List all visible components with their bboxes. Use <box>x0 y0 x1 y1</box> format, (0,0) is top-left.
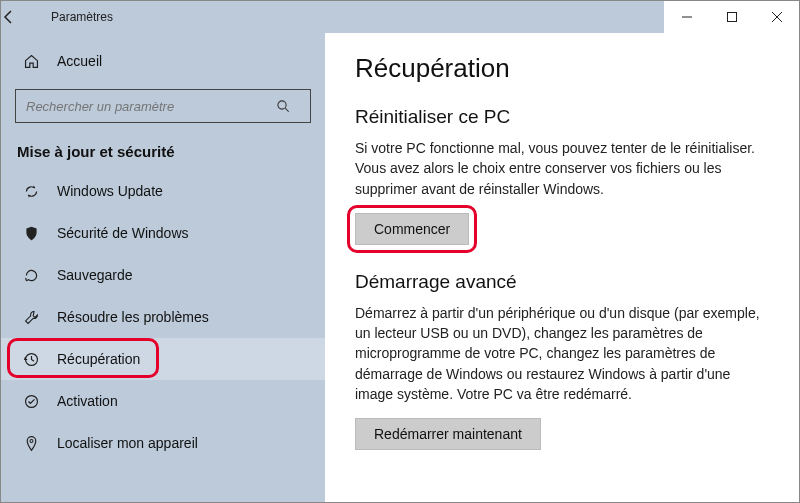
close-button[interactable] <box>754 1 799 33</box>
advanced-heading: Démarrage avancé <box>355 271 769 293</box>
sidebar-item-troubleshoot[interactable]: Résoudre les problèmes <box>1 296 325 338</box>
sidebar-item-security[interactable]: Sécurité de Windows <box>1 212 325 254</box>
search-icon <box>276 99 310 114</box>
home-icon <box>21 53 41 70</box>
svg-point-4 <box>278 100 286 108</box>
sidebar-item-windows-update[interactable]: Windows Update <box>1 170 325 212</box>
sidebar-item-label: Localiser mon appareil <box>57 435 198 451</box>
advanced-description: Démarrez à partir d'un périphérique ou d… <box>355 303 769 404</box>
sidebar-item-label: Sécurité de Windows <box>57 225 189 241</box>
back-button[interactable] <box>1 9 47 25</box>
recovery-icon <box>21 351 41 368</box>
content-pane: Récupération Réinitialiser ce PC Si votr… <box>325 33 799 502</box>
location-icon <box>21 435 41 452</box>
sidebar-item-backup[interactable]: Sauvegarde <box>1 254 325 296</box>
svg-rect-1 <box>727 13 736 22</box>
backup-icon <box>21 267 41 284</box>
reset-start-button[interactable]: Commencer <box>355 213 469 245</box>
svg-point-8 <box>29 439 32 442</box>
home-label: Accueil <box>57 53 102 69</box>
svg-line-5 <box>285 108 288 111</box>
search-box[interactable] <box>15 89 311 123</box>
titlebar: Paramètres <box>1 1 799 33</box>
section-heading: Mise à jour et sécurité <box>1 123 325 170</box>
reset-heading: Réinitialiser ce PC <box>355 106 769 128</box>
maximize-button[interactable] <box>709 1 754 33</box>
minimize-button[interactable] <box>664 1 709 33</box>
search-input[interactable] <box>16 99 276 114</box>
home-link[interactable]: Accueil <box>1 41 325 81</box>
sidebar-item-label: Windows Update <box>57 183 163 199</box>
wrench-icon <box>21 309 41 326</box>
sidebar-item-find-device[interactable]: Localiser mon appareil <box>1 422 325 464</box>
window-title: Paramètres <box>51 10 113 24</box>
sidebar: Accueil Mise à jour et sécurité Windows … <box>1 33 325 502</box>
reset-description: Si votre PC fonctionne mal, vous pouvez … <box>355 138 769 199</box>
sidebar-item-label: Sauvegarde <box>57 267 133 283</box>
nav-list: Windows Update Sécurité de Windows Sauve… <box>1 170 325 464</box>
sidebar-item-recovery[interactable]: Récupération <box>1 338 325 380</box>
sidebar-item-label: Récupération <box>57 351 140 367</box>
page-title: Récupération <box>355 53 769 84</box>
sidebar-item-label: Activation <box>57 393 118 409</box>
sidebar-item-label: Résoudre les problèmes <box>57 309 209 325</box>
sync-icon <box>21 183 41 200</box>
restart-now-button[interactable]: Redémarrer maintenant <box>355 418 541 450</box>
sidebar-item-activation[interactable]: Activation <box>1 380 325 422</box>
check-circle-icon <box>21 393 41 410</box>
shield-icon <box>21 225 41 242</box>
